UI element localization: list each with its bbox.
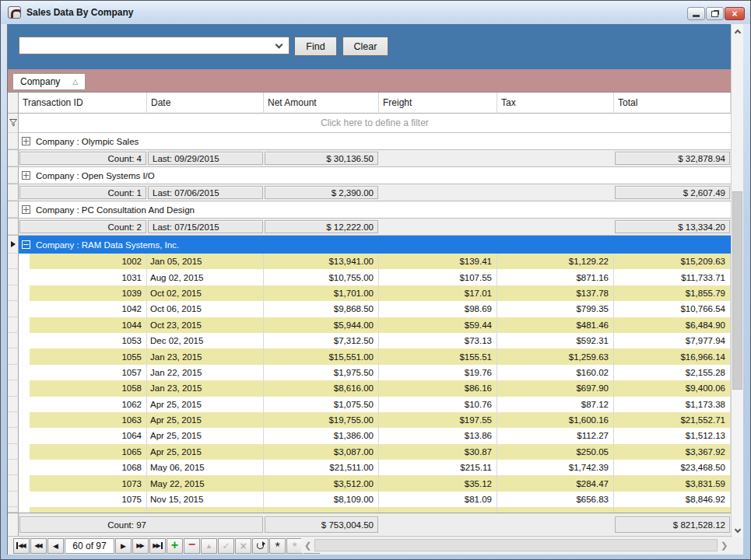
- group-row-content[interactable]: Company : PC Consultation And Design: [19, 201, 731, 218]
- nav-cancel-button[interactable]: ×: [235, 538, 251, 554]
- cell-freight[interactable]: $139.41: [379, 254, 497, 269]
- cell-transaction-id[interactable]: 1068: [30, 460, 146, 475]
- horizontal-scroll-thumb[interactable]: [314, 539, 718, 551]
- cell-total[interactable]: $1,855.79: [614, 285, 731, 301]
- cell-transaction-id[interactable]: 1064: [30, 428, 146, 443]
- cell[interactable]: [264, 507, 379, 513]
- data-row[interactable]: 1075Nov 15, 2015$8,109.00$81.09$656.83$8…: [8, 492, 731, 507]
- cell-tax[interactable]: $284.47: [497, 475, 614, 491]
- cell-transaction-id[interactable]: 1031: [30, 269, 146, 285]
- horizontal-scrollbar[interactable]: ❮ ❯: [301, 537, 731, 553]
- nav-post-button[interactable]: ✓: [218, 538, 234, 554]
- cell-net-amount[interactable]: $1,975.50: [264, 365, 379, 380]
- cell-total[interactable]: $15,209.63: [614, 254, 731, 269]
- cell-total[interactable]: $6,484.90: [614, 317, 731, 333]
- cell-net-amount[interactable]: $3,512.00: [264, 475, 379, 491]
- nav-previous-button[interactable]: ◀: [47, 538, 64, 554]
- cell-freight[interactable]: $13.86: [379, 428, 497, 443]
- cell-transaction-id[interactable]: [30, 507, 146, 513]
- cell-total[interactable]: $3,367.92: [614, 444, 731, 460]
- cell-net-amount[interactable]: $3,087.00: [264, 444, 379, 460]
- cell-tax[interactable]: $250.05: [497, 444, 614, 460]
- cell-freight[interactable]: $86.16: [379, 380, 497, 396]
- cell-date[interactable]: Oct 23, 2015: [147, 317, 264, 333]
- cell-freight[interactable]: $155.51: [379, 348, 497, 364]
- cell-date[interactable]: Aug 02, 2015: [147, 269, 264, 285]
- cell-transaction-id[interactable]: 1065: [30, 444, 146, 460]
- cell-net-amount[interactable]: $19,755.00: [264, 412, 379, 428]
- column-header-date[interactable]: Date: [147, 93, 264, 114]
- cell-total[interactable]: $21,552.71: [614, 412, 731, 428]
- cell-total[interactable]: $23,468.50: [614, 460, 731, 475]
- cell-transaction-id[interactable]: 1044: [30, 317, 146, 333]
- scroll-up-icon[interactable]: [732, 24, 743, 37]
- cell-total[interactable]: $11,733.71: [614, 269, 731, 285]
- nav-retrieve-bookmark-button[interactable]: *: [286, 538, 303, 554]
- nav-bookmark-button[interactable]: *: [269, 538, 286, 554]
- data-row[interactable]: 1073May 22, 2015$3,512.00$35.12$284.47$3…: [8, 475, 731, 491]
- cell-transaction-id[interactable]: 1039: [30, 285, 146, 301]
- cell-tax[interactable]: $481.46: [497, 317, 614, 333]
- nav-last-button[interactable]: ▶▶: [149, 538, 166, 554]
- cell-freight[interactable]: $107.55: [379, 269, 497, 285]
- find-button[interactable]: Find: [294, 37, 337, 56]
- vertical-scroll-thumb[interactable]: [732, 191, 742, 390]
- cell-net-amount[interactable]: $1,075.50: [264, 397, 379, 412]
- cell-freight[interactable]: $197.55: [379, 412, 497, 428]
- cell-net-amount[interactable]: $8,616.00: [264, 380, 379, 396]
- nav-next-button[interactable]: ▶: [115, 538, 132, 554]
- minimize-button[interactable]: [687, 7, 705, 20]
- cell-net-amount[interactable]: $8,109.00: [264, 492, 379, 507]
- data-row-partial[interactable]: [8, 507, 731, 513]
- cell-freight[interactable]: $30.87: [379, 444, 497, 460]
- data-row[interactable]: 1055Jan 23, 2015$15,551.00$155.51$1,259.…: [8, 348, 731, 364]
- group-row[interactable]: Company : Open Systems I/O: [8, 167, 731, 184]
- data-row[interactable]: 1064Apr 25, 2015$1,386.00$13.86$112.27$1…: [8, 428, 731, 443]
- cell-net-amount[interactable]: $13,941.00: [264, 254, 379, 269]
- cell-transaction-id[interactable]: 1055: [30, 348, 146, 364]
- cell-freight[interactable]: $10.76: [379, 397, 497, 412]
- cell-transaction-id[interactable]: 1042: [30, 301, 146, 317]
- cell-transaction-id[interactable]: 1063: [30, 412, 146, 428]
- cell-freight[interactable]: $98.69: [379, 301, 497, 317]
- cell-net-amount[interactable]: $21,511.00: [264, 460, 379, 475]
- column-header-tax[interactable]: Tax: [497, 93, 614, 114]
- nav-delete-button[interactable]: −: [184, 538, 200, 554]
- data-row[interactable]: 1063Apr 25, 2015$19,755.00$197.55$1,600.…: [8, 412, 731, 428]
- filter-row-prompt[interactable]: Click here to define a filter: [19, 114, 731, 133]
- search-combobox[interactable]: [19, 37, 290, 54]
- cell-freight[interactable]: $17.01: [379, 285, 497, 301]
- group-row[interactable]: Company : RAM Data Systems, Inc.: [8, 236, 731, 254]
- cell-freight[interactable]: $73.13: [379, 333, 497, 348]
- cell-date[interactable]: May 06, 2015: [147, 460, 264, 475]
- cell-tax[interactable]: $1,742.39: [497, 460, 614, 475]
- cell-net-amount[interactable]: $15,551.00: [264, 348, 379, 364]
- cell-tax[interactable]: $137.78: [497, 285, 614, 301]
- cell-transaction-id[interactable]: 1073: [30, 475, 146, 491]
- vertical-scrollbar[interactable]: [731, 24, 743, 537]
- cell-date[interactable]: Apr 25, 2015: [147, 412, 264, 428]
- cell-total[interactable]: $1,173.38: [614, 397, 731, 412]
- cell-tax[interactable]: $871.16: [497, 269, 614, 285]
- cell-date[interactable]: Jan 05, 2015: [147, 254, 264, 269]
- data-row[interactable]: 1039Oct 02, 2015$1,701.00$17.01$137.78$1…: [8, 285, 731, 301]
- cell[interactable]: [614, 507, 731, 513]
- cell-tax[interactable]: $656.83: [497, 492, 614, 507]
- cell-date[interactable]: Dec 02, 2015: [147, 333, 264, 348]
- nav-first-button[interactable]: ◀◀: [13, 538, 30, 554]
- cell-total[interactable]: $16,966.14: [614, 348, 731, 364]
- collapse-icon[interactable]: [22, 240, 30, 249]
- cell-tax[interactable]: $160.02: [497, 365, 614, 380]
- group-row[interactable]: Company : Olympic Sales: [8, 133, 731, 150]
- cell-net-amount[interactable]: $5,944.00: [264, 317, 379, 333]
- column-header-freight[interactable]: Freight: [379, 93, 497, 114]
- cell-tax[interactable]: $1,129.22: [497, 254, 614, 269]
- cell-tax[interactable]: $1,259.63: [497, 348, 614, 364]
- cell-date[interactable]: Apr 25, 2015: [147, 428, 264, 443]
- expand-icon[interactable]: [22, 137, 30, 145]
- cell-total[interactable]: $10,766.54: [614, 301, 731, 317]
- data-row[interactable]: 1065Apr 25, 2015$3,087.00$30.87$250.05$3…: [8, 444, 731, 460]
- search-input[interactable]: [19, 40, 276, 51]
- cell[interactable]: [147, 507, 264, 513]
- scroll-right-icon[interactable]: ❯: [718, 537, 731, 553]
